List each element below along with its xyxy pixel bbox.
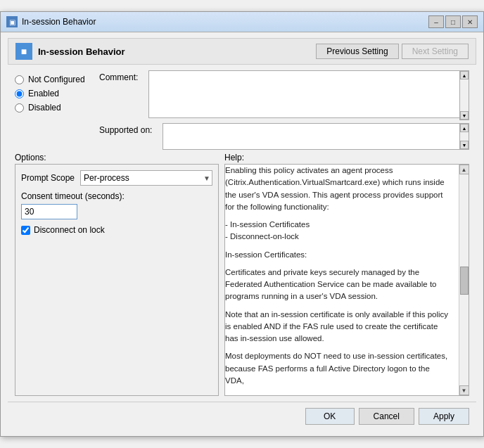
maximize-button[interactable]: □ <box>445 15 461 28</box>
enabled-radio[interactable] <box>15 89 24 98</box>
prompt-scope-wrapper: Per-process Per-session Per-user ▼ <box>80 170 212 186</box>
main-window: ▣ In-session Behavior – □ ✕ ■ In-session… <box>0 11 484 437</box>
not-configured-row: Not Configured <box>15 75 92 84</box>
help-para-4: Certificates and private keys securely m… <box>225 267 449 303</box>
help-text: Enabling this policy activates an agent … <box>225 165 449 392</box>
previous-setting-button[interactable]: Previous Setting <box>316 44 398 59</box>
help-content-area: Enabling this policy activates an agent … <box>225 165 459 395</box>
header-section: ■ In-session Behavior Previous Setting N… <box>8 38 476 65</box>
help-para-6: Most deployments do NOT need to use in-s… <box>225 350 449 387</box>
help-section-label: Help: <box>224 153 469 162</box>
title-controls: – □ ✕ <box>428 15 478 28</box>
bottom-buttons: OK Cancel Apply <box>8 402 476 430</box>
section-labels: Options: Help: <box>15 153 469 162</box>
header-buttons: Previous Setting Next Setting <box>316 44 469 59</box>
enabled-row: Enabled <box>15 89 92 98</box>
disconnect-lock-checkbox[interactable] <box>21 226 30 235</box>
help-scroll-up[interactable]: ▲ <box>459 165 469 174</box>
header-left: ■ In-session Behavior <box>15 43 125 60</box>
supported-scroll-up[interactable]: ▲ <box>460 124 469 132</box>
prompt-scope-label: Prompt Scope <box>21 173 75 183</box>
help-scroll-thumb[interactable] <box>460 267 469 295</box>
disabled-radio[interactable] <box>15 103 24 113</box>
header-icon: ■ <box>15 43 32 60</box>
consent-timeout-input[interactable] <box>21 204 77 219</box>
disabled-row: Disabled <box>15 103 92 113</box>
window-icon: ▣ <box>6 16 18 27</box>
help-para-2: - In-session Certificates- Disconnect-on… <box>225 219 449 243</box>
radio-section: Not Configured Enabled Disabled <box>8 70 99 150</box>
enabled-label[interactable]: Enabled <box>28 89 59 98</box>
panels-container: Prompt Scope Per-process Per-session Per… <box>15 164 469 396</box>
disconnect-lock-label[interactable]: Disconnect on lock <box>34 225 105 235</box>
supported-on-scrollbar: ▲ ▼ <box>459 123 469 150</box>
comment-textarea[interactable] <box>148 70 469 118</box>
help-scroll-down[interactable]: ▼ <box>459 385 469 395</box>
title-bar-left: ▣ In-session Behavior <box>6 16 96 27</box>
consent-timeout-label: Consent timeout (seconds): <box>21 191 212 201</box>
comment-label: Comment: <box>99 70 148 82</box>
disabled-label[interactable]: Disabled <box>28 103 61 113</box>
help-panel: Enabling this policy activates an agent … <box>224 164 469 396</box>
title-bar: ▣ In-session Behavior – □ ✕ <box>1 12 483 32</box>
comment-scroll-down[interactable]: ▼ <box>460 111 469 120</box>
supported-on-box <box>163 123 469 150</box>
options-section-label: Options: <box>15 153 219 162</box>
prompt-scope-row: Prompt Scope Per-process Per-session Per… <box>21 170 212 186</box>
help-para-5: Note that an in-session certificate is o… <box>225 309 449 345</box>
supported-on-label: Supported on: <box>99 123 163 135</box>
not-configured-label[interactable]: Not Configured <box>28 75 85 84</box>
consent-timeout-section: Consent timeout (seconds): <box>21 191 212 225</box>
disconnect-lock-row: Disconnect on lock <box>21 225 212 235</box>
comment-scroll-up[interactable]: ▲ <box>460 71 469 79</box>
apply-button[interactable]: Apply <box>419 408 469 425</box>
help-para-3: In-session Certificates: <box>225 249 449 261</box>
options-panel: Prompt Scope Per-process Per-session Per… <box>15 164 219 396</box>
next-setting-button[interactable]: Next Setting <box>402 44 469 59</box>
help-scrollbar: ▲ ▼ <box>459 165 469 395</box>
window-title: In-session Behavior <box>22 17 96 27</box>
dialog-content: ■ In-session Behavior Previous Setting N… <box>1 32 483 436</box>
minimize-button[interactable]: – <box>428 15 444 28</box>
prompt-scope-select[interactable]: Per-process Per-session Per-user <box>80 170 212 186</box>
ok-button[interactable]: OK <box>305 408 355 425</box>
close-button[interactable]: ✕ <box>462 15 478 28</box>
comment-scrollbar: ▲ ▼ <box>459 70 469 120</box>
supported-scroll-down[interactable]: ▼ <box>460 141 469 149</box>
help-para-1: Enabling this policy activates an agent … <box>225 165 449 213</box>
header-title: In-session Behavior <box>38 46 125 57</box>
not-configured-radio[interactable] <box>15 75 24 84</box>
cancel-button[interactable]: Cancel <box>359 408 414 425</box>
